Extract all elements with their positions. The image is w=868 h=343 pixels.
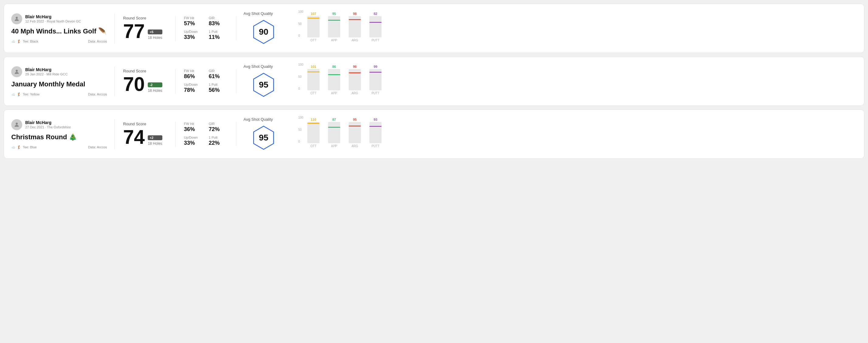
score-number: 77 [123, 22, 145, 41]
bar-value: 93 [374, 118, 377, 121]
one-putt-label: 1 Putt [209, 136, 228, 139]
one-putt-label: 1 Putt [209, 30, 228, 33]
one-putt-stat: 1 Putt 56% [209, 83, 228, 93]
bar-group: 98 [349, 12, 361, 37]
fw-hit-stat: FW Hit 36% [184, 122, 203, 132]
bar-group: 86 [328, 65, 340, 90]
bar-fill [349, 72, 361, 73]
gir-stat: GIR 61% [209, 69, 228, 80]
bar-wrapper [328, 122, 340, 143]
date-course: 27 Dec 2021 · The Oxfordshire [25, 125, 71, 129]
bar-group: 107 [307, 12, 319, 37]
x-axis-labels: OTTAPPARGPUTT [298, 39, 857, 42]
bar-group: 95 [328, 12, 340, 37]
bag-icon: 🏌️ [17, 39, 21, 43]
one-putt-stat: 1 Putt 22% [209, 136, 228, 146]
chart-section: 100500 101 86 96 [291, 63, 857, 99]
stats-section: FW Hit 57% GIR 83% Up/Down 33% 1 Putt 11… [176, 16, 236, 40]
bar-group: 93 [369, 118, 381, 143]
bar-wrapper [369, 16, 381, 37]
stats-grid: FW Hit 86% GIR 61% Up/Down 78% 1 Putt 56… [184, 69, 227, 93]
chart-bars: 100500 101 86 96 [298, 63, 857, 90]
score-label: Round Score [123, 69, 166, 73]
bar-fill [328, 127, 340, 128]
bar-value: 99 [374, 65, 377, 68]
score-number: 74 [123, 127, 145, 147]
round-card-1: Blair McHarg 12 Feb 2022 · Royal North D… [4, 4, 864, 53]
axis-label: ARG [349, 145, 361, 148]
gir-label: GIR [209, 122, 228, 126]
bar-group: 101 [307, 65, 319, 90]
axis-label: ARG [349, 39, 361, 42]
x-axis-labels: OTTAPPARGPUTT [298, 92, 857, 95]
holes-label: 18 Holes [148, 36, 162, 40]
hexagon-container: 95 [244, 124, 284, 151]
hexagon: 95 [250, 71, 277, 98]
bar-wrapper [349, 16, 361, 37]
bar-fill [307, 123, 319, 124]
fw-hit-label: FW Hit [184, 69, 203, 73]
quality-section: Avg Shot Quality 95 [236, 117, 291, 151]
y-axis-label: 100 [298, 10, 303, 13]
avatar [11, 119, 22, 130]
data-source: Data: Arccos [88, 145, 107, 149]
bag-icon: 🏌️ [17, 145, 21, 149]
quality-section: Avg Shot Quality 95 [236, 64, 291, 98]
x-axis-labels: OTTAPPARGPUTT [298, 145, 857, 148]
bar-bg [328, 69, 340, 90]
bar-fill [328, 74, 340, 75]
bar-fill [349, 126, 361, 126]
bar-value: 107 [311, 12, 316, 15]
quality-label: Avg Shot Quality [244, 64, 284, 69]
chart-section: 100500 107 95 98 [291, 10, 857, 46]
date-course: 29 Jan 2022 · Mill Ride GCC [25, 72, 67, 76]
data-source: Data: Arccos [88, 39, 107, 43]
tee-label: Tee: Blue [23, 145, 37, 149]
bar-bg [328, 16, 340, 37]
score-section: Round Score 70 -2 18 Holes [115, 69, 176, 94]
chart-inner: 100500 107 95 98 [298, 10, 857, 46]
bar-fill [349, 19, 361, 20]
bar-fill [307, 18, 319, 19]
holes-label: 18 Holes [148, 142, 162, 146]
hexagon-container: 90 [244, 18, 284, 45]
avatar [11, 66, 22, 77]
bar-fill [307, 71, 319, 72]
bar-value: 87 [332, 118, 336, 121]
y-axis-label: 100 [298, 63, 303, 66]
gir-value: 61% [209, 73, 228, 80]
score-section: Round Score 74 +2 18 Holes [115, 122, 176, 147]
up-down-label: Up/Down [184, 83, 203, 86]
score-label: Round Score [123, 16, 166, 20]
fw-hit-label: FW Hit [184, 122, 203, 126]
score-badge: +5 [148, 30, 162, 34]
hexagon-score: 95 [259, 80, 268, 90]
bar-fill [369, 72, 381, 73]
bar-group: 82 [369, 12, 381, 37]
fw-hit-label: FW Hit [184, 16, 203, 20]
one-putt-value: 11% [209, 34, 228, 40]
round-title: Christmas Round 🎄 [11, 133, 107, 141]
axis-label: APP [328, 145, 340, 148]
axis-label: OTT [307, 92, 319, 95]
chart-inner: 100500 101 86 96 [298, 63, 857, 99]
gir-value: 83% [209, 20, 228, 27]
user-name: Blair McHarg [25, 67, 67, 72]
round-card-3: Blair McHarg 27 Dec 2021 · The Oxfordshi… [4, 110, 864, 159]
left-section: Blair McHarg 27 Dec 2021 · The Oxfordshi… [11, 119, 115, 149]
fw-hit-stat: FW Hit 57% [184, 16, 203, 27]
user-header: Blair McHarg 27 Dec 2021 · The Oxfordshi… [11, 119, 107, 130]
bar-value: 110 [311, 118, 316, 121]
bar-wrapper [328, 69, 340, 90]
user-info: Blair McHarg 12 Feb 2022 · Royal North D… [25, 14, 81, 23]
y-axis-label: 50 [298, 128, 303, 131]
axis-label: PUTT [369, 92, 381, 95]
bar-wrapper [349, 69, 361, 90]
user-info: Blair McHarg 27 Dec 2021 · The Oxfordshi… [25, 120, 71, 129]
svg-point-0 [16, 17, 18, 19]
y-axis-label: 0 [298, 34, 303, 37]
bar-bg [307, 122, 319, 143]
stats-section: FW Hit 86% GIR 61% Up/Down 78% 1 Putt 56… [176, 69, 236, 93]
axis-label: APP [328, 92, 340, 95]
bar-bg [307, 16, 319, 37]
